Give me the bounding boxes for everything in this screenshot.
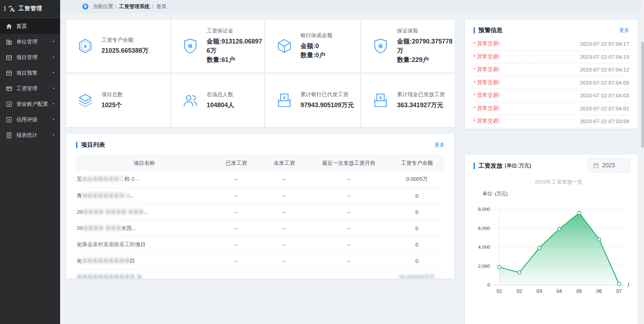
warning-more-link[interactable]: 更多 — [619, 27, 629, 34]
stat-value: 金额:0 — [301, 41, 332, 51]
sidebar-item-credit-rating[interactable]: ¥信用评级▼ — [0, 112, 60, 127]
column-header: 最近一次发放工资月份 — [308, 155, 389, 171]
warning-item[interactable]: *异常交易!2023-07-22 07:04:15 — [474, 51, 629, 64]
warning-list: *异常交易!2023-07-22 07:04:17*异常交易!2023-07-2… — [474, 37, 629, 128]
warning-item[interactable]: *异常交易!2023-07-22 07:04:03 — [474, 89, 629, 102]
chevron-down-icon: ▼ — [52, 134, 55, 137]
stat-card-guarantee-insurance: 保保证保险金额:20790.375778万数量:229户 — [361, 19, 454, 73]
last-pay-month: -- — [308, 171, 389, 187]
column-header: 已发工资 — [213, 155, 260, 171]
account-balance: 0 — [389, 187, 445, 204]
logo-pipe — [5, 6, 5, 11]
chevron-down-icon: ▼ — [52, 71, 55, 74]
year-picker[interactable]: 2023 — [588, 158, 630, 173]
stat-label: 项目总数 — [101, 91, 123, 98]
svg-text:单位: (万元): 单位: (万元) — [483, 191, 508, 196]
svg-text:¥: ¥ — [8, 103, 10, 106]
drawer-icon — [6, 70, 12, 76]
sidebar-item-project-management[interactable]: 项目管理▼ — [0, 50, 60, 65]
warning-text: *异常交易! — [474, 66, 500, 73]
last-pay-month: -- — [308, 204, 389, 220]
paid-salary — [213, 269, 260, 279]
last-pay-month: -- — [308, 236, 389, 253]
project-name: 20某某某某 某某某水毁... — [76, 220, 213, 236]
breadcrumb-root[interactable]: 工资管理系统 — [119, 3, 150, 10]
warning-item[interactable]: *异常交易!2023-07-22 07:03:59 — [474, 115, 629, 128]
sidebar-menu: 首页单位管理▼项目管理▼项目预警▼工资管理▼¥资金账户配置▼¥信用评级▼报表统计… — [0, 18, 60, 143]
account-balance: 0 — [389, 236, 445, 253]
table-row: 20某某某某 某某某某 某某某...------0 — [76, 204, 445, 220]
account-balance: 00.000000万元 — [389, 269, 445, 279]
shield-bao-icon: 保 — [372, 38, 389, 54]
cube-icon — [276, 38, 292, 54]
sidebar-item-home[interactable]: 首页 — [0, 18, 60, 34]
project-more-link[interactable]: 更多 — [435, 142, 445, 148]
svg-text:07: 07 — [616, 288, 622, 294]
credit-card-icon — [6, 85, 12, 92]
svg-text:05: 05 — [576, 288, 582, 294]
svg-text:¥: ¥ — [84, 43, 87, 49]
chevron-down-icon: ▼ — [52, 40, 55, 43]
stat-value: 104804人 — [207, 100, 234, 110]
stat-label: 工资保证金 — [207, 28, 264, 34]
warning-item[interactable]: *异常交易!2023-07-22 07:04:12 — [474, 63, 629, 76]
report-icon — [6, 132, 12, 139]
stat-cards: ¥工资专户余额21025.665388万保工资保证金金额:913126.0689… — [66, 19, 454, 127]
project-table: 项目名称已发工资未发工资最近一次发放工资月份工资专户余额 互助县某某某某某工程-… — [76, 155, 445, 279]
ballot-yuan-icon: ¥ — [372, 92, 389, 109]
sidebar-item-org-management[interactable]: 单位管理▼ — [0, 34, 60, 50]
stat-card-salary-account-balance: ¥工资专户余额21025.665388万 — [66, 19, 170, 73]
svg-text:03: 03 — [536, 288, 542, 294]
stat-label: 银行保函金额 — [301, 32, 332, 39]
project-name: 某某某某某某某某某某某 某 — [76, 269, 213, 279]
left-column: ¥工资专户余额21025.665388万保工资保证金金额:913126.0689… — [66, 19, 454, 324]
people-icon — [182, 92, 198, 109]
sidebar-item-project-warning[interactable]: 项目预警▼ — [0, 65, 60, 81]
warning-time: 2023-07-22 07:04:15 — [580, 54, 629, 60]
table-row: 20某某某某 某某某水毁...------0 — [76, 220, 445, 236]
warning-item[interactable]: *异常交易!2023-07-22 07:04:17 — [474, 37, 629, 51]
svg-text:¥: ¥ — [379, 96, 382, 100]
sidebar: 工资管理 首页单位管理▼项目管理▼项目预警▼工资管理▼¥资金账户配置▼¥信用评级… — [0, 0, 60, 324]
svg-text:4,000: 4,000 — [478, 244, 490, 250]
scrollbar-thumb[interactable] — [641, 42, 644, 148]
warning-text: *异常交易! — [474, 92, 500, 99]
svg-text:8,000: 8,000 — [478, 207, 490, 212]
scrollbar-track[interactable] — [641, 0, 644, 324]
stat-label: 累计现金已发放工资 — [397, 91, 445, 98]
hexagon-yuan-icon: ¥ — [77, 38, 93, 54]
warning-title: 预警信息 — [478, 26, 503, 34]
project-name: 20某某某某 某某某某 某某某... — [76, 204, 213, 220]
asterisk-icon: * — [474, 105, 476, 111]
account-balance: 0 — [389, 253, 445, 269]
app-title: 工资管理 — [18, 5, 42, 12]
yuan-square-icon: ¥ — [6, 116, 12, 123]
chevron-down-icon: ▼ — [52, 87, 55, 90]
stat-card-salary-deposit: 保工资保证金金额:913126.068976万数量:61户 — [171, 19, 264, 73]
sidebar-item-report-statistics[interactable]: 报表统计▼ — [0, 127, 60, 143]
warning-item[interactable]: *异常交易!2023-07-22 07:04:05 — [474, 76, 629, 89]
sidebar-item-label: 工资管理 — [16, 85, 52, 92]
sidebar-item-label: 资金账户配置 — [16, 101, 52, 108]
stat-value: 363.341927万元 — [397, 100, 445, 110]
last-pay-month: -- — [308, 187, 389, 204]
unpaid-salary: -- — [260, 171, 308, 187]
sidebar-item-label: 项目管理 — [16, 54, 52, 61]
warning-item[interactable]: *异常交易!2023-07-22 07:04:01 — [474, 102, 629, 115]
paid-salary: -- — [213, 253, 260, 269]
yuan-square-icon: ¥ — [6, 101, 12, 108]
svg-text:6,000: 6,000 — [478, 226, 490, 231]
sidebar-item-fund-account-config[interactable]: ¥资金账户配置▼ — [0, 96, 60, 112]
warning-text: *异常交易! — [474, 40, 500, 47]
year-value: 2023 — [602, 162, 615, 169]
asterisk-icon: * — [474, 53, 476, 59]
warning-time: 2023-07-22 07:03:59 — [580, 118, 629, 124]
warning-time: 2023-07-22 07:04:03 — [580, 92, 629, 98]
warning-time: 2023-07-22 07:04:17 — [580, 41, 629, 47]
stat-value: 97943.905109万元 — [301, 100, 354, 110]
title-bar-accent — [474, 163, 475, 169]
warning-text: *异常交易! — [474, 118, 500, 125]
svg-text:保: 保 — [378, 44, 383, 49]
sidebar-item-salary-management[interactable]: 工资管理▼ — [0, 81, 60, 96]
stat-card-bank-guarantee: 银行保函金额金额:0数量:0户 — [265, 19, 361, 73]
